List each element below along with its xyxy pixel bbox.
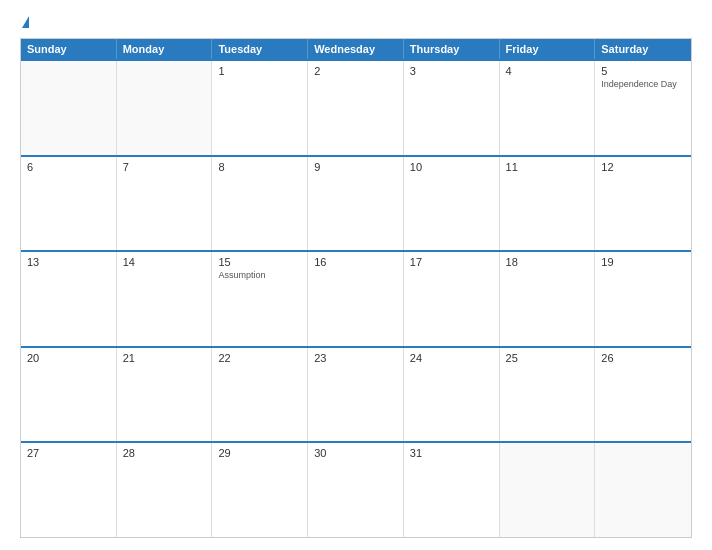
calendar-cell: 2 bbox=[308, 61, 404, 155]
day-number: 18 bbox=[506, 256, 589, 268]
calendar-cell: 13 bbox=[21, 252, 117, 346]
calendar-week: 12345Independence Day bbox=[21, 59, 691, 155]
day-number: 22 bbox=[218, 352, 301, 364]
day-number: 20 bbox=[27, 352, 110, 364]
calendar-cell: 11 bbox=[500, 157, 596, 251]
day-number: 10 bbox=[410, 161, 493, 173]
calendar-body: 12345Independence Day6789101112131415Ass… bbox=[21, 59, 691, 537]
day-number: 6 bbox=[27, 161, 110, 173]
day-number: 27 bbox=[27, 447, 110, 459]
day-number: 13 bbox=[27, 256, 110, 268]
day-number: 2 bbox=[314, 65, 397, 77]
calendar-cell: 7 bbox=[117, 157, 213, 251]
calendar-cell: 22 bbox=[212, 348, 308, 442]
page-header bbox=[20, 16, 692, 28]
calendar-cell bbox=[117, 61, 213, 155]
calendar: SundayMondayTuesdayWednesdayThursdayFrid… bbox=[20, 38, 692, 538]
day-number: 14 bbox=[123, 256, 206, 268]
calendar-cell: 18 bbox=[500, 252, 596, 346]
day-number: 23 bbox=[314, 352, 397, 364]
weekday-header: Thursday bbox=[404, 39, 500, 59]
calendar-cell: 26 bbox=[595, 348, 691, 442]
calendar-cell: 12 bbox=[595, 157, 691, 251]
day-number: 16 bbox=[314, 256, 397, 268]
calendar-cell: 19 bbox=[595, 252, 691, 346]
calendar-cell: 31 bbox=[404, 443, 500, 537]
calendar-cell: 8 bbox=[212, 157, 308, 251]
calendar-cell: 15Assumption bbox=[212, 252, 308, 346]
calendar-cell: 16 bbox=[308, 252, 404, 346]
weekday-header: Saturday bbox=[595, 39, 691, 59]
day-number: 29 bbox=[218, 447, 301, 459]
calendar-cell: 6 bbox=[21, 157, 117, 251]
day-number: 17 bbox=[410, 256, 493, 268]
calendar-week: 2728293031 bbox=[21, 441, 691, 537]
calendar-week: 20212223242526 bbox=[21, 346, 691, 442]
day-number: 30 bbox=[314, 447, 397, 459]
day-number: 19 bbox=[601, 256, 685, 268]
calendar-cell: 24 bbox=[404, 348, 500, 442]
weekday-header: Monday bbox=[117, 39, 213, 59]
calendar-cell: 17 bbox=[404, 252, 500, 346]
calendar-cell: 30 bbox=[308, 443, 404, 537]
calendar-cell: 20 bbox=[21, 348, 117, 442]
day-number: 8 bbox=[218, 161, 301, 173]
day-number: 31 bbox=[410, 447, 493, 459]
day-number: 7 bbox=[123, 161, 206, 173]
weekday-header: Sunday bbox=[21, 39, 117, 59]
calendar-cell: 10 bbox=[404, 157, 500, 251]
calendar-cell: 29 bbox=[212, 443, 308, 537]
calendar-week: 6789101112 bbox=[21, 155, 691, 251]
calendar-cell: 4 bbox=[500, 61, 596, 155]
day-number: 26 bbox=[601, 352, 685, 364]
day-number: 5 bbox=[601, 65, 685, 77]
day-number: 21 bbox=[123, 352, 206, 364]
day-number: 15 bbox=[218, 256, 301, 268]
day-number: 1 bbox=[218, 65, 301, 77]
calendar-cell: 9 bbox=[308, 157, 404, 251]
calendar-cell: 14 bbox=[117, 252, 213, 346]
calendar-header: SundayMondayTuesdayWednesdayThursdayFrid… bbox=[21, 39, 691, 59]
weekday-header: Tuesday bbox=[212, 39, 308, 59]
weekday-header: Wednesday bbox=[308, 39, 404, 59]
calendar-cell: 5Independence Day bbox=[595, 61, 691, 155]
calendar-cell bbox=[500, 443, 596, 537]
calendar-cell: 27 bbox=[21, 443, 117, 537]
calendar-cell bbox=[595, 443, 691, 537]
calendar-cell: 28 bbox=[117, 443, 213, 537]
calendar-week: 131415Assumption16171819 bbox=[21, 250, 691, 346]
day-number: 3 bbox=[410, 65, 493, 77]
day-number: 24 bbox=[410, 352, 493, 364]
logo-triangle-icon bbox=[22, 16, 29, 28]
calendar-cell bbox=[21, 61, 117, 155]
calendar-cell: 25 bbox=[500, 348, 596, 442]
day-number: 9 bbox=[314, 161, 397, 173]
day-number: 25 bbox=[506, 352, 589, 364]
day-number: 12 bbox=[601, 161, 685, 173]
holiday-label: Assumption bbox=[218, 270, 301, 281]
calendar-cell: 1 bbox=[212, 61, 308, 155]
logo bbox=[20, 16, 29, 28]
day-number: 4 bbox=[506, 65, 589, 77]
weekday-header: Friday bbox=[500, 39, 596, 59]
calendar-page: SundayMondayTuesdayWednesdayThursdayFrid… bbox=[0, 0, 712, 550]
calendar-cell: 3 bbox=[404, 61, 500, 155]
day-number: 28 bbox=[123, 447, 206, 459]
day-number: 11 bbox=[506, 161, 589, 173]
calendar-cell: 21 bbox=[117, 348, 213, 442]
calendar-cell: 23 bbox=[308, 348, 404, 442]
holiday-label: Independence Day bbox=[601, 79, 685, 90]
